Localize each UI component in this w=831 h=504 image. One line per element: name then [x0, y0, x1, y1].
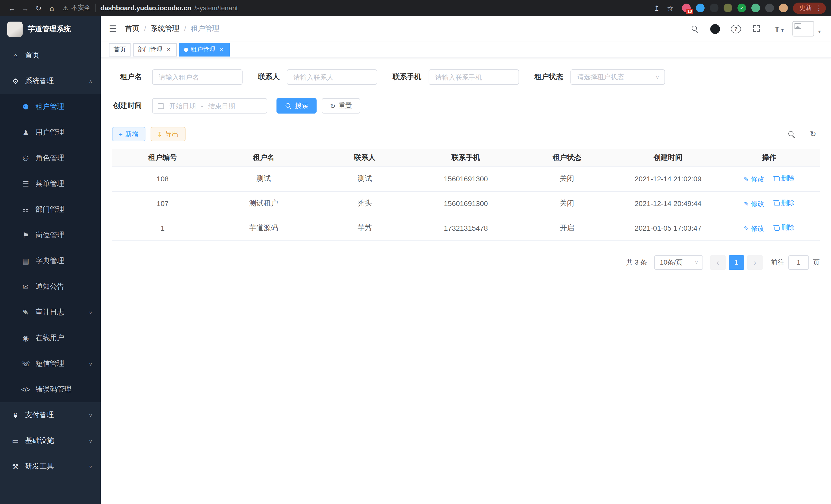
sidebar-item-icon: ⌂: [10, 51, 20, 60]
sidebar-item[interactable]: ▭ 基础设施 ∨: [0, 428, 101, 454]
cell-actions: ✎修改 删除: [718, 191, 820, 216]
prev-page-button[interactable]: ‹: [710, 255, 726, 269]
refresh-table-button[interactable]: ↻: [806, 127, 820, 141]
add-button[interactable]: +新增: [112, 127, 145, 141]
tab[interactable]: 首页: [109, 43, 131, 56]
sidebar-item[interactable]: ⌂ 首页: [0, 42, 101, 68]
bookmark-star-icon[interactable]: ☆: [663, 4, 677, 12]
hamburger-icon[interactable]: ☰: [109, 23, 117, 34]
breadcrumb-separator: /: [184, 25, 186, 33]
search-icon: [788, 130, 795, 138]
fullscreen-icon[interactable]: [751, 24, 762, 34]
start-date-input[interactable]: [167, 102, 198, 110]
extension-icon[interactable]: [696, 4, 705, 12]
reset-button-label: 重置: [339, 101, 352, 111]
col-tenant-name: 租户名: [213, 149, 314, 167]
sidebar-item[interactable]: ♟ 用户管理: [0, 120, 101, 145]
sidebar-item[interactable]: ☏ 短信管理 ∨: [0, 351, 101, 377]
extension-icon[interactable]: [779, 4, 788, 12]
sidebar-item[interactable]: ⚑ 岗位管理: [0, 223, 101, 248]
sidebar-item[interactable]: ¥ 支付管理 ∨: [0, 402, 101, 428]
cell-contact-phone: 17321315478: [415, 216, 516, 240]
goto-page-input[interactable]: [789, 255, 809, 269]
avatar[interactable]: [793, 21, 814, 36]
edit-button[interactable]: ✎修改: [744, 224, 764, 233]
app-title: 芋道管理系统: [28, 25, 71, 34]
chevron-down-icon: ∨: [89, 439, 92, 443]
cell-create-time: 2021-12-14 20:49:44: [618, 191, 718, 216]
page-content: 租户名 联系人 联系手机 租户状态 请选择租户状态: [101, 58, 831, 504]
close-icon[interactable]: ×: [218, 46, 225, 53]
tenant-name-input[interactable]: [152, 69, 242, 85]
close-icon[interactable]: ×: [165, 46, 172, 53]
page-size-select[interactable]: 10条/页 ∨: [654, 255, 703, 269]
sidebar-item[interactable]: ▤ 字典管理: [0, 248, 101, 274]
end-date-input[interactable]: [206, 102, 237, 110]
browser-home-icon[interactable]: ⌂: [45, 4, 59, 12]
page-1-button[interactable]: 1: [729, 255, 744, 269]
extension-icon[interactable]: [724, 4, 732, 12]
download-icon: ↧: [157, 130, 163, 138]
cell-tenant-status: 关闭: [516, 167, 618, 191]
tenant-name-label: 租户名: [112, 72, 142, 82]
address-bar[interactable]: ⚠ 不安全 dashboard.yudao.iocoder.cn/system/…: [63, 4, 650, 12]
reload-icon[interactable]: ↻: [32, 4, 45, 12]
cell-tenant-status: 关闭: [516, 191, 618, 216]
export-button[interactable]: ↧导出: [150, 127, 185, 141]
tab[interactable]: 租户管理 ×: [179, 43, 230, 56]
extension-icon[interactable]: [751, 4, 760, 12]
date-range-picker[interactable]: -: [152, 98, 267, 114]
extension-icon[interactable]: [765, 4, 774, 12]
extension-icon[interactable]: ✓: [738, 4, 746, 12]
sidebar-item-icon: ✉: [21, 283, 30, 291]
sidebar-item[interactable]: ⚙ 系统管理 ∧: [0, 68, 101, 94]
edit-button[interactable]: ✎修改: [744, 199, 764, 209]
next-page-button[interactable]: ›: [747, 255, 763, 269]
tenant-status-select[interactable]: 请选择租户状态 ∨: [570, 69, 665, 85]
delete-button[interactable]: 删除: [773, 174, 795, 183]
contact-phone-input[interactable]: [429, 69, 519, 85]
sidebar-item[interactable]: ◉ 在线用户: [0, 325, 101, 351]
tab[interactable]: 部门管理 ×: [133, 43, 177, 56]
toggle-search-button[interactable]: [785, 127, 798, 141]
sidebar-item[interactable]: ⚒ 研发工具 ∨: [0, 454, 101, 479]
edit-button[interactable]: ✎修改: [744, 175, 764, 184]
app-logo[interactable]: 芋道管理系统: [0, 16, 101, 42]
extension-icon[interactable]: [710, 4, 718, 12]
search-icon[interactable]: [690, 24, 700, 34]
extension-icon[interactable]: 10: [682, 4, 691, 12]
sidebar-item[interactable]: ✉ 通知公告: [0, 274, 101, 299]
search-button[interactable]: 搜索: [277, 98, 317, 114]
reset-button[interactable]: ↻重置: [322, 98, 360, 114]
breadcrumb-system[interactable]: 系统管理: [150, 24, 179, 33]
cell-contact-phone: 15601691300: [415, 167, 516, 191]
trash-icon: [773, 175, 779, 181]
update-button[interactable]: 更新⋮: [793, 2, 826, 13]
forward-icon[interactable]: →: [19, 4, 32, 12]
sidebar-item[interactable]: ☰ 菜单管理: [0, 171, 101, 197]
sidebar-item[interactable]: ⚇ 角色管理: [0, 145, 101, 171]
sidebar-item-label: 租户管理: [35, 102, 92, 112]
extension-badge: 10: [686, 9, 693, 14]
github-icon[interactable]: [710, 24, 720, 34]
delete-button[interactable]: 删除: [773, 198, 795, 208]
back-icon[interactable]: ←: [5, 4, 19, 12]
add-button-label: 新增: [125, 129, 139, 139]
select-placeholder: 请选择租户状态: [577, 72, 624, 82]
delete-button[interactable]: 删除: [773, 223, 795, 232]
sidebar-item-label: 错误码管理: [35, 385, 92, 394]
col-tenant-id: 租户编号: [112, 149, 213, 167]
font-size-icon[interactable]: T: [772, 24, 782, 34]
sidebar-item[interactable]: ✎ 审计日志 ∨: [0, 299, 101, 325]
contact-phone-label: 联系手机: [393, 72, 422, 82]
browser-menu-icon[interactable]: ⋮: [815, 4, 822, 12]
help-icon[interactable]: ?: [731, 24, 741, 33]
breadcrumb-home[interactable]: 首页: [125, 24, 140, 33]
share-icon[interactable]: ↥: [650, 4, 663, 12]
sidebar-item[interactable]: ⚉ 租户管理: [0, 94, 101, 120]
sidebar-item[interactable]: ⚏ 部门管理: [0, 197, 101, 223]
sidebar-item[interactable]: </> 错误码管理: [0, 377, 101, 402]
cell-tenant-name: 芋道源码: [213, 216, 314, 240]
contact-input[interactable]: [287, 69, 377, 85]
caret-down-icon[interactable]: ▾: [818, 29, 821, 36]
